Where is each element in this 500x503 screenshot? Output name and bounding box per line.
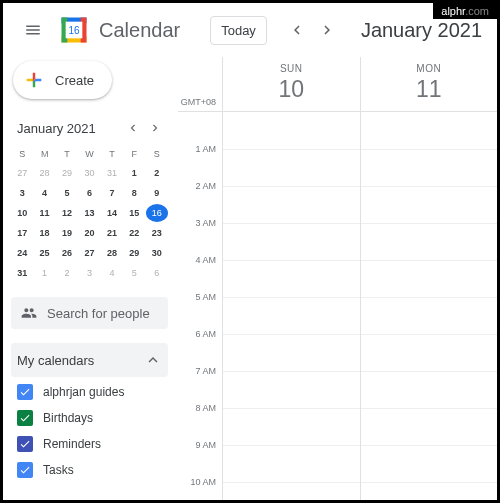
plus-icon	[23, 69, 45, 91]
mini-day[interactable]: 6	[78, 184, 100, 202]
mini-dow: S	[11, 145, 33, 163]
search-placeholder: Search for people	[47, 306, 150, 321]
day-dow: SUN	[223, 63, 360, 74]
time-labels-column: 1 AM2 AM3 AM4 AM5 AM6 AM7 AM8 AM9 AM10 A…	[178, 112, 222, 500]
mini-day[interactable]: 18	[34, 224, 56, 242]
mini-dow: T	[56, 145, 78, 163]
calendar-item[interactable]: alphrjan guides	[15, 379, 168, 405]
calendar-checkbox[interactable]	[17, 410, 33, 426]
time-label: 9 AM	[195, 440, 216, 450]
chevron-left-icon	[288, 21, 306, 39]
calendar-checkbox[interactable]	[17, 384, 33, 400]
mini-day[interactable]: 25	[34, 244, 56, 262]
time-label: 10 AM	[190, 477, 216, 487]
mini-day[interactable]: 4	[34, 184, 56, 202]
mini-day[interactable]: 24	[11, 244, 33, 262]
main-menu-button[interactable]	[13, 10, 53, 50]
mini-day[interactable]: 28	[101, 244, 123, 262]
chevron-right-icon	[148, 121, 162, 135]
mini-day[interactable]: 27	[11, 164, 33, 182]
time-label: 5 AM	[195, 292, 216, 302]
create-label: Create	[55, 73, 94, 88]
mini-prev-button[interactable]	[122, 117, 144, 139]
calendar-label: Reminders	[43, 437, 101, 451]
prev-period-button[interactable]	[283, 16, 311, 44]
today-button[interactable]: Today	[210, 16, 267, 45]
day-column[interactable]	[222, 112, 360, 500]
mini-day[interactable]: 14	[101, 204, 123, 222]
mini-day[interactable]: 12	[56, 204, 78, 222]
mini-day[interactable]: 10	[11, 204, 33, 222]
mini-day[interactable]: 6	[146, 264, 168, 282]
mini-dow: M	[33, 145, 55, 163]
mini-day[interactable]: 4	[101, 264, 123, 282]
day-column-header[interactable]: MON11	[360, 57, 498, 111]
chevron-up-icon	[144, 351, 162, 369]
create-button[interactable]: Create	[13, 61, 112, 99]
app-title: Calendar	[99, 19, 180, 42]
mini-day[interactable]: 31	[101, 164, 123, 182]
header: 16 Calendar Today January 2021	[3, 3, 497, 57]
day-num: 11	[361, 76, 498, 103]
mini-day[interactable]: 29	[56, 164, 78, 182]
mini-day[interactable]: 5	[123, 264, 145, 282]
mini-dow: S	[146, 145, 168, 163]
mini-day[interactable]: 2	[56, 264, 78, 282]
mini-day[interactable]: 21	[101, 224, 123, 242]
mini-calendar-grid: SMTWTFS272829303112345678910111213141516…	[11, 145, 168, 283]
mini-day[interactable]: 29	[123, 244, 145, 262]
my-calendars-toggle[interactable]: My calendars	[11, 343, 168, 377]
mini-day[interactable]: 1	[123, 164, 145, 182]
sidebar: Create January 2021 SMTWTFS2728293031123…	[3, 57, 178, 500]
mini-day[interactable]: 28	[34, 164, 56, 182]
mini-next-button[interactable]	[144, 117, 166, 139]
day-num: 10	[223, 76, 360, 103]
mini-day[interactable]: 27	[78, 244, 100, 262]
mini-day[interactable]: 9	[146, 184, 168, 202]
calendar-grid: GMT+08 SUN10MON11 1 AM2 AM3 AM4 AM5 AM6 …	[178, 57, 497, 500]
calendar-item[interactable]: Birthdays	[15, 405, 168, 431]
mini-day[interactable]: 11	[34, 204, 56, 222]
mini-day[interactable]: 7	[101, 184, 123, 202]
next-period-button[interactable]	[313, 16, 341, 44]
calendar-checkbox[interactable]	[17, 462, 33, 478]
calendar-item[interactable]: Tasks	[15, 457, 168, 483]
calendar-item[interactable]: Reminders	[15, 431, 168, 457]
mini-day[interactable]: 16	[146, 204, 168, 222]
mini-day[interactable]: 22	[123, 224, 145, 242]
mini-day[interactable]: 8	[123, 184, 145, 202]
mini-day[interactable]: 30	[146, 244, 168, 262]
mini-day[interactable]: 23	[146, 224, 168, 242]
search-people-input[interactable]: Search for people	[11, 297, 168, 329]
mini-day[interactable]: 30	[78, 164, 100, 182]
mini-dow: W	[78, 145, 100, 163]
mini-day[interactable]: 19	[56, 224, 78, 242]
mini-day[interactable]: 15	[123, 204, 145, 222]
time-label: 2 AM	[195, 181, 216, 191]
nav-arrows	[283, 16, 341, 44]
date-range-label: January 2021	[361, 19, 482, 42]
time-label: 3 AM	[195, 218, 216, 228]
day-column[interactable]	[360, 112, 498, 500]
mini-dow: T	[101, 145, 123, 163]
mini-day[interactable]: 5	[56, 184, 78, 202]
day-column-header[interactable]: SUN10	[222, 57, 360, 111]
mini-day[interactable]: 1	[34, 264, 56, 282]
mini-day[interactable]: 3	[78, 264, 100, 282]
hamburger-icon	[24, 21, 42, 39]
people-icon	[21, 305, 37, 321]
calendar-checkbox[interactable]	[17, 436, 33, 452]
time-label: 7 AM	[195, 366, 216, 376]
chevron-right-icon	[318, 21, 336, 39]
watermark: alphr.com	[433, 3, 497, 19]
mini-day[interactable]: 3	[11, 184, 33, 202]
other-calendars-toggle[interactable]: Other calendars	[11, 491, 168, 500]
mini-day[interactable]: 2	[146, 164, 168, 182]
mini-day[interactable]: 13	[78, 204, 100, 222]
timezone-label: GMT+08	[178, 57, 222, 111]
mini-day[interactable]: 26	[56, 244, 78, 262]
day-dow: MON	[361, 63, 498, 74]
mini-day[interactable]: 31	[11, 264, 33, 282]
mini-day[interactable]: 17	[11, 224, 33, 242]
mini-day[interactable]: 20	[78, 224, 100, 242]
